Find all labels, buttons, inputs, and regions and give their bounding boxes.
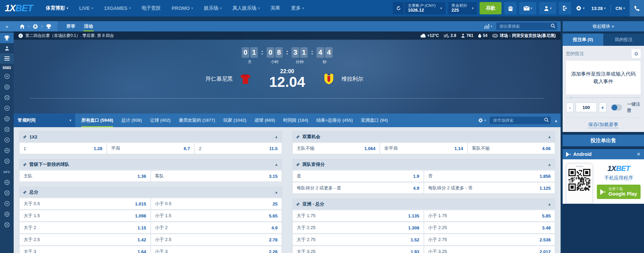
tab-my-bets[interactable]: 我的投注	[603, 34, 644, 46]
betslip-settings-button[interactable]	[632, 49, 641, 58]
sport-icon-darts[interactable]	[0, 177, 14, 188]
market-card-header[interactable]: 1X2▲	[19, 132, 282, 142]
sport-icon-boxing[interactable]	[0, 145, 14, 156]
toolbar-tab-活动[interactable]: 活动	[84, 21, 93, 31]
odds-cell[interactable]: 否1.856	[424, 171, 555, 182]
nav-item-宾果[interactable]: 宾果	[271, 5, 280, 11]
stake-minus-button[interactable]: -	[566, 103, 574, 112]
messages-button[interactable]: ▾	[519, 2, 536, 14]
contact-phone-button[interactable]	[630, 0, 644, 16]
sport-icon-tennis[interactable]	[0, 103, 14, 114]
bonus-selector[interactable]: 奖金积分 225 ▾	[448, 3, 477, 13]
odds-cell[interactable]: 大于 2.251.308	[293, 222, 424, 233]
period-dropdown[interactable]: 常规时间 ▾	[14, 114, 75, 127]
away-team-name[interactable]: 维拉利尔	[341, 76, 444, 83]
odds-cell[interactable]: 客队不输4.06	[468, 143, 555, 154]
sport-icon-rugby[interactable]	[0, 209, 14, 219]
match-search-input[interactable]	[496, 23, 557, 30]
market-card-header[interactable]: 晋级下一阶段的球队▲	[19, 159, 282, 170]
market-card-header[interactable]: 总分▲	[19, 187, 282, 197]
home-team-name[interactable]: 拜仁慕尼黑	[130, 76, 233, 83]
odds-cell[interactable]: 大于 2.751.52	[293, 234, 424, 245]
odds-cell[interactable]: 大于 21.15	[19, 222, 150, 233]
market-tab-玩家 (1042)[interactable]: 玩家 (1042)	[223, 114, 246, 127]
settings-button[interactable]: ▾	[574, 5, 587, 11]
odds-cell[interactable]: 大于 0.51.015	[19, 198, 150, 209]
toolbar-tab-赛事[interactable]: 赛事	[66, 21, 75, 31]
market-card-header[interactable]: 亚洲 - 总分▲	[293, 199, 555, 209]
odds-cell[interactable]: 主队不输1.064	[293, 143, 379, 154]
odds-cell[interactable]: 大于 1.51.098	[19, 210, 150, 221]
refresh-button[interactable]	[393, 2, 404, 14]
odds-cell[interactable]: 客队3.15	[151, 171, 282, 182]
nav-item-更多[interactable]: 更多▾	[291, 5, 304, 11]
market-tab-结果+总得分 (455)[interactable]: 结果+总得分 (455)	[316, 114, 353, 127]
market-card-header[interactable]: 双重机会▲	[293, 132, 555, 142]
market-settings-button[interactable]: ▾	[478, 118, 486, 123]
odds-cell[interactable]: 每队得分 2 或更多 - 否1.125	[424, 183, 555, 194]
sport-icon-ufc[interactable]: UFC	[0, 167, 14, 177]
stake-plus-button[interactable]: +	[599, 103, 606, 112]
odds-cell[interactable]: 大于 3.251.93	[293, 246, 424, 253]
market-tab-所有盘口 (5948)[interactable]: 所有盘口 (5948)	[81, 114, 113, 127]
market-card-header[interactable]: 两队皆得分▲	[293, 159, 555, 170]
tab-betslip[interactable]: 投注单 (0)	[563, 34, 603, 46]
rail-item-my-events[interactable]	[0, 43, 14, 53]
sport-icon-ice-hockey[interactable]	[0, 82, 14, 92]
sport-icon-football[interactable]	[0, 71, 14, 82]
collapse-all-icon[interactable]: ▴	[555, 118, 557, 123]
sport-icon-baseball[interactable]	[0, 135, 14, 145]
odds-cell[interactable]: 平局6.7	[107, 143, 194, 154]
sell-betslip-button[interactable]: 投注单出售	[563, 135, 644, 146]
save-load-link[interactable]: 保存/加载赛事	[588, 122, 618, 128]
rail-item-menu[interactable]	[0, 53, 14, 64]
collapse-module-button[interactable]: 收起模块 »	[563, 21, 644, 31]
odds-cell[interactable]: 小于 2.52.78	[151, 234, 282, 245]
odds-cell[interactable]: 小于 0.525	[151, 198, 282, 209]
stake-input[interactable]	[576, 103, 597, 112]
market-tab-最受欢迎的 (1877)[interactable]: 最受欢迎的 (1877)	[179, 114, 215, 127]
nav-item-真人娱乐场[interactable]: 真人娱乐场▾	[232, 5, 260, 11]
nav-item-电子竞技[interactable]: 电子竞技	[142, 5, 161, 11]
deposit-button[interactable]: 存款	[480, 2, 501, 14]
logo[interactable]: 1XBET	[5, 3, 33, 14]
odds-cell[interactable]: 211.5	[195, 143, 282, 154]
sport-icon-volleyball[interactable]	[0, 114, 14, 124]
sport-icon-motorsport[interactable]	[0, 198, 14, 209]
nav-item-娱乐场[interactable]: 娱乐场▾	[204, 5, 222, 11]
home-icon[interactable]	[20, 24, 25, 29]
market-tab-亚洲盘口 (94)[interactable]: 亚洲盘口 (94)	[361, 114, 388, 127]
account-selector[interactable]: 主要帐户 (CNY) 1026.12 ▾	[404, 3, 445, 13]
nav-item-体育博彩[interactable]: 体育博彩▾	[46, 5, 68, 11]
football-icon[interactable]	[33, 24, 38, 29]
odds-cell[interactable]: 是1.9	[293, 171, 424, 182]
odds-cell[interactable]: 小于 2.752.536	[424, 234, 555, 245]
sport-icon-esports[interactable]	[0, 156, 14, 167]
language-selector[interactable]: CN ▾	[614, 6, 627, 11]
odds-cell[interactable]: 11.28	[19, 143, 106, 154]
odds-cell[interactable]: 小于 24.9	[151, 222, 282, 233]
gift-button[interactable]	[504, 2, 516, 14]
search-icon[interactable]	[551, 24, 555, 28]
odds-cell[interactable]: 每队得分 2 或更多 - 是4.9	[293, 183, 424, 194]
odds-cell[interactable]: 非平局1.14	[380, 143, 467, 154]
sport-icon-basketball[interactable]	[0, 92, 14, 103]
profile-button[interactable]: ▾	[539, 2, 556, 14]
rail-expand-button[interactable]: »	[0, 21, 14, 31]
nav-item-1XGAMES[interactable]: 1XGAMES▾	[104, 5, 131, 11]
odds-cell[interactable]: 大于 2.51.42	[19, 234, 150, 245]
market-tab-让球 (402)[interactable]: 让球 (402)	[150, 114, 171, 127]
featured-odd[interactable]: 12.04	[269, 75, 305, 90]
odds-cell[interactable]: 大于 31.64	[19, 246, 150, 253]
odds-cell[interactable]: 小于 32.26	[151, 246, 282, 253]
rail-item-tournament[interactable]	[0, 33, 14, 43]
market-tab-总计 (938)[interactable]: 总计 (938)	[121, 114, 142, 127]
one-click-toggle[interactable]	[611, 104, 622, 111]
sport-icon-golf[interactable]	[0, 219, 14, 230]
search-icon[interactable]	[544, 118, 549, 122]
odds-cell[interactable]: 小于 2.253.48	[424, 222, 555, 233]
sport-icon-cycling[interactable]	[0, 188, 14, 198]
close-icon[interactable]: ✕	[636, 151, 641, 157]
market-tab-时间段 (184)[interactable]: 时间段 (184)	[283, 114, 308, 127]
odds-cell[interactable]: 大于 1.751.135	[293, 210, 424, 221]
